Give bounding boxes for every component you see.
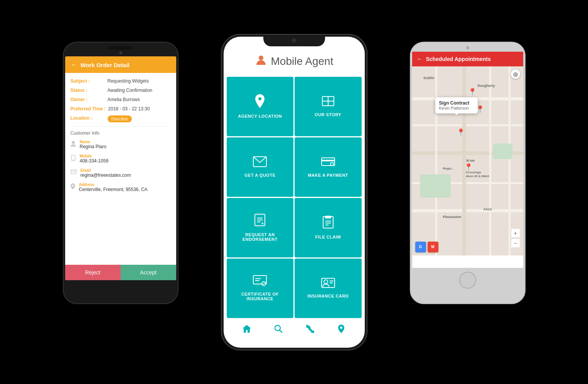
our-story-label: OUR STORY <box>315 112 341 117</box>
map-area: Dublin Dougherty Pleasanton Asco ⑧ 580 R… <box>412 66 523 255</box>
preferred-time-label: Preferred Time : <box>71 106 106 112</box>
sign-contract-title: Sign Contract <box>439 100 474 106</box>
svg-rect-10 <box>322 160 335 161</box>
phone-icon <box>71 155 76 162</box>
road-v4 <box>509 66 510 255</box>
map-nav-google-icon[interactable]: G <box>415 242 426 252</box>
address-info: Address Centerville, Freemont, 95536, CA <box>79 183 148 192</box>
tile-request-endorsement[interactable]: REQUEST AN ENDORSEMENT <box>227 198 294 257</box>
home-button[interactable] <box>459 272 476 289</box>
email-value: regina@freeestates.com <box>81 173 131 178</box>
name-label: Name <box>80 140 106 144</box>
svg-point-29 <box>275 325 280 331</box>
sign-contract-popup: Sign Contract Kevin Patterson <box>435 97 478 113</box>
divider <box>71 126 171 127</box>
green-area-2 <box>493 144 512 159</box>
field-owner: Owner : Amelia Burrows <box>71 97 171 102</box>
preferred-time-value: 2018 - 03 - 22 13:30 <box>108 106 150 112</box>
map-header: ← Scheduled Appointments <box>412 52 523 66</box>
email-icon <box>71 169 77 175</box>
svg-point-26 <box>324 280 328 284</box>
make-payment-icon <box>321 156 335 170</box>
tile-agency-location[interactable]: AGENCY LOCATION <box>227 77 294 136</box>
work-order-body: Subject : Requesting Widgets Status : Aw… <box>65 73 176 280</box>
agency-location-icon <box>254 94 266 111</box>
map-label-dublin: Dublin <box>424 76 435 80</box>
nav-search-icon[interactable] <box>273 324 283 336</box>
tile-make-payment[interactable]: MAKE A PAYMENT <box>295 137 362 197</box>
svg-rect-17 <box>325 216 331 218</box>
accept-button[interactable]: Accept <box>121 265 176 280</box>
person-icon <box>71 140 76 148</box>
nav-home-icon[interactable] <box>242 324 252 336</box>
nav-location-icon[interactable] <box>336 324 346 336</box>
location-target-icon[interactable]: ◎ <box>511 69 520 79</box>
address-value: Centerville, Freemont, 95536, CA <box>79 187 148 192</box>
work-order-title: Work Order Detail <box>81 62 130 68</box>
get-quote-label: GET A QUOTE <box>244 173 275 178</box>
contact-mobile-item: Mobile 408-334-1059 <box>71 154 171 164</box>
map-label-dougherty: Dougherty <box>478 84 495 88</box>
map-label-imax: dium 20 & IMAX <box>466 174 489 178</box>
customer-info-title: Customer Info <box>71 130 171 136</box>
center-camera <box>292 39 296 42</box>
field-subject: Subject : Requesting Widgets <box>71 78 171 84</box>
svg-point-0 <box>72 141 75 144</box>
map-label-asco: Asco <box>484 207 492 211</box>
svg-point-11 <box>330 162 334 166</box>
tile-get-quote[interactable]: GET A QUOTE <box>227 137 294 197</box>
zoom-in-button[interactable]: + <box>511 228 520 238</box>
mobile-info: Mobile 408-334-1059 <box>80 154 109 164</box>
back-button[interactable]: ← <box>71 61 78 69</box>
tile-grid: AGENCY LOCATION OUR STORY GET A QUOTE <box>224 77 365 318</box>
map-label-pleasanton: Pleasanton <box>443 215 462 219</box>
nav-phone-icon[interactable] <box>305 324 315 336</box>
road-h5 <box>412 209 523 212</box>
mobile-label: Mobile <box>80 154 109 158</box>
direction-button[interactable]: Direction <box>108 115 132 122</box>
subject-value: Requesting Widgets <box>108 78 149 84</box>
road-v3 <box>489 66 491 255</box>
status-label: Status : <box>71 88 105 93</box>
tile-our-story[interactable]: OUR STORY <box>295 77 362 136</box>
address-icon <box>71 183 75 191</box>
tile-file-claim[interactable]: FILE CLAIM <box>295 198 362 257</box>
map-back-button[interactable]: ← <box>417 56 423 63</box>
map-pin-4: 📍 <box>464 163 473 171</box>
get-quote-icon <box>253 156 267 170</box>
map-pin-1: 📍 <box>468 88 477 96</box>
left-phone: ← Work Order Detail Subject : Requesting… <box>63 42 179 304</box>
contact-address-item: Address Centerville, Freemont, 95536, CA <box>71 183 171 192</box>
center-phone: Mobile Agent AGENCY LOCATION OUR STORY <box>221 34 367 350</box>
file-claim-icon <box>322 216 334 232</box>
map-zoom-controls: + − <box>511 228 520 248</box>
home-button-area <box>411 268 525 293</box>
map-nav-maps-icon[interactable]: M <box>428 242 438 252</box>
left-phone-screen: ← Work Order Detail Subject : Requesting… <box>65 56 176 280</box>
green-area-1 <box>420 174 451 198</box>
road-v1 <box>435 66 437 255</box>
request-endorsement-icon <box>254 213 266 229</box>
map-background: Dublin Dougherty Pleasanton Asco ⑧ 580 R… <box>412 66 523 255</box>
field-preferred-time: Preferred Time : 2018 - 03 - 22 13:30 <box>71 106 171 112</box>
field-status: Status : Awaiting Confirmation <box>71 88 171 93</box>
right-phone-camera <box>466 46 469 49</box>
map-label-i580: ⑧ 580 <box>466 159 475 162</box>
zoom-out-button[interactable]: − <box>511 239 520 248</box>
svg-line-30 <box>280 330 282 333</box>
tile-certificate[interactable]: CERTIFICATE OF INSURANCE <box>227 259 294 318</box>
work-order-header: ← Work Order Detail <box>65 56 176 73</box>
mobile-value: 408-334-1059 <box>80 158 109 164</box>
svg-point-2 <box>73 159 74 160</box>
reject-button[interactable]: Reject <box>65 265 121 280</box>
file-claim-label: FILE CLAIM <box>315 235 341 239</box>
svg-point-4 <box>259 56 263 60</box>
right-phone-top <box>411 42 525 52</box>
road-v2 <box>462 66 466 255</box>
app-logo-icon <box>255 54 267 69</box>
app-name: Mobile Agent <box>271 55 334 68</box>
contact-email-item: Email regina@freeestates.com <box>71 168 171 178</box>
center-screen: Mobile Agent AGENCY LOCATION OUR STORY <box>224 37 365 348</box>
map-title: Scheduled Appointments <box>426 56 491 62</box>
tile-insurance-card[interactable]: INSURANCE CARD <box>295 259 362 318</box>
